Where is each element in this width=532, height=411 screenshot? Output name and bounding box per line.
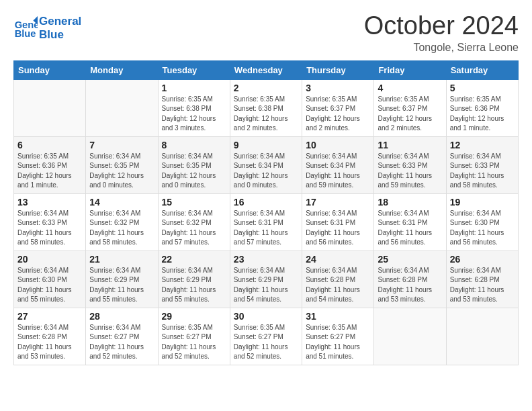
day-number: 11: [378, 140, 442, 150]
calendar-cell: 5Sunrise: 6:35 AM Sunset: 6:36 PM Daylig…: [446, 79, 518, 136]
col-header-thursday: Thursday: [302, 60, 374, 79]
calendar-cell: 31Sunrise: 6:35 AM Sunset: 6:27 PM Dayli…: [302, 308, 374, 365]
day-number: 31: [306, 311, 370, 322]
day-info: Sunrise: 6:34 AM Sunset: 6:30 PM Dayligh…: [450, 209, 515, 248]
day-number: 25: [378, 254, 442, 265]
day-info: Sunrise: 6:35 AM Sunset: 6:36 PM Dayligh…: [17, 152, 82, 191]
calendar-cell: 17Sunrise: 6:34 AM Sunset: 6:31 PM Dayli…: [302, 193, 374, 250]
calendar-cell: [446, 308, 518, 365]
calendar-cell: 22Sunrise: 6:34 AM Sunset: 6:29 PM Dayli…: [158, 250, 230, 308]
calendar-cell: 9Sunrise: 6:34 AM Sunset: 6:34 PM Daylig…: [230, 136, 302, 193]
calendar-cell: 27Sunrise: 6:34 AM Sunset: 6:28 PM Dayli…: [14, 308, 86, 365]
day-number: 21: [89, 254, 154, 265]
calendar-cell: 4Sunrise: 6:35 AM Sunset: 6:37 PM Daylig…: [374, 79, 446, 136]
day-info: Sunrise: 6:34 AM Sunset: 6:30 PM Dayligh…: [17, 266, 82, 305]
day-info: Sunrise: 6:34 AM Sunset: 6:28 PM Dayligh…: [450, 266, 515, 305]
day-number: 27: [17, 311, 82, 322]
calendar-cell: 15Sunrise: 6:34 AM Sunset: 6:32 PM Dayli…: [158, 193, 230, 250]
title-block: October 2024 Tongole, Sierra Leone: [364, 12, 519, 54]
day-number: 4: [378, 83, 442, 93]
day-info: Sunrise: 6:34 AM Sunset: 6:34 PM Dayligh…: [234, 152, 298, 191]
calendar-cell: 26Sunrise: 6:34 AM Sunset: 6:28 PM Dayli…: [446, 250, 518, 308]
page: General Blue General Blue October 2024 T…: [0, 0, 532, 411]
calendar-cell: 14Sunrise: 6:34 AM Sunset: 6:32 PM Dayli…: [86, 193, 158, 250]
day-number: 28: [89, 311, 154, 322]
day-info: Sunrise: 6:34 AM Sunset: 6:32 PM Dayligh…: [162, 209, 226, 248]
day-number: 23: [234, 254, 298, 265]
day-number: 6: [17, 140, 82, 150]
day-number: 22: [162, 254, 226, 265]
calendar-week-row: 1Sunrise: 6:35 AM Sunset: 6:38 PM Daylig…: [14, 79, 519, 136]
day-number: 20: [17, 254, 82, 265]
day-number: 30: [234, 311, 298, 322]
calendar-cell: 23Sunrise: 6:34 AM Sunset: 6:29 PM Dayli…: [230, 250, 302, 308]
calendar-cell: 10Sunrise: 6:34 AM Sunset: 6:34 PM Dayli…: [302, 136, 374, 193]
day-number: 16: [234, 197, 298, 208]
day-number: 29: [162, 311, 226, 322]
day-number: 12: [450, 140, 515, 150]
sub-title: Tongole, Sierra Leone: [364, 42, 519, 54]
col-header-sunday: Sunday: [14, 60, 86, 79]
day-number: 8: [162, 140, 226, 150]
day-number: 9: [234, 140, 298, 150]
day-info: Sunrise: 6:34 AM Sunset: 6:35 PM Dayligh…: [89, 152, 154, 191]
calendar-cell: 30Sunrise: 6:35 AM Sunset: 6:27 PM Dayli…: [230, 308, 302, 365]
day-info: Sunrise: 6:34 AM Sunset: 6:31 PM Dayligh…: [306, 209, 370, 248]
day-number: 2: [234, 83, 298, 93]
calendar-cell: 6Sunrise: 6:35 AM Sunset: 6:36 PM Daylig…: [14, 136, 86, 193]
day-info: Sunrise: 6:34 AM Sunset: 6:29 PM Dayligh…: [162, 266, 226, 305]
calendar-cell: 7Sunrise: 6:34 AM Sunset: 6:35 PM Daylig…: [86, 136, 158, 193]
calendar-cell: 18Sunrise: 6:34 AM Sunset: 6:31 PM Dayli…: [374, 193, 446, 250]
day-number: 13: [17, 197, 82, 208]
calendar-week-row: 20Sunrise: 6:34 AM Sunset: 6:30 PM Dayli…: [14, 250, 519, 308]
day-info: Sunrise: 6:34 AM Sunset: 6:33 PM Dayligh…: [17, 209, 82, 248]
day-info: Sunrise: 6:34 AM Sunset: 6:34 PM Dayligh…: [306, 152, 370, 191]
calendar-cell: 25Sunrise: 6:34 AM Sunset: 6:28 PM Dayli…: [374, 250, 446, 308]
col-header-saturday: Saturday: [446, 60, 518, 79]
day-info: Sunrise: 6:35 AM Sunset: 6:37 PM Dayligh…: [378, 95, 442, 134]
main-title: October 2024: [364, 12, 519, 40]
col-header-monday: Monday: [86, 60, 158, 79]
day-info: Sunrise: 6:35 AM Sunset: 6:27 PM Dayligh…: [162, 323, 226, 362]
calendar-cell: [86, 79, 158, 136]
day-info: Sunrise: 6:35 AM Sunset: 6:38 PM Dayligh…: [162, 95, 226, 134]
logo-general: General: [39, 15, 81, 28]
day-info: Sunrise: 6:34 AM Sunset: 6:29 PM Dayligh…: [89, 266, 154, 305]
day-number: 14: [89, 197, 154, 208]
logo-blue: Blue: [39, 28, 81, 42]
day-info: Sunrise: 6:34 AM Sunset: 6:28 PM Dayligh…: [306, 266, 370, 305]
svg-text:Blue: Blue: [15, 28, 36, 39]
day-info: Sunrise: 6:34 AM Sunset: 6:33 PM Dayligh…: [378, 152, 442, 191]
day-info: Sunrise: 6:34 AM Sunset: 6:35 PM Dayligh…: [162, 152, 226, 191]
day-info: Sunrise: 6:34 AM Sunset: 6:33 PM Dayligh…: [450, 152, 515, 191]
day-info: Sunrise: 6:35 AM Sunset: 6:37 PM Dayligh…: [306, 95, 370, 134]
calendar-week-row: 27Sunrise: 6:34 AM Sunset: 6:28 PM Dayli…: [14, 308, 519, 365]
day-number: 15: [162, 197, 226, 208]
day-number: 18: [378, 197, 442, 208]
day-number: 17: [306, 197, 370, 208]
calendar-cell: 11Sunrise: 6:34 AM Sunset: 6:33 PM Dayli…: [374, 136, 446, 193]
calendar-table: SundayMondayTuesdayWednesdayThursdayFrid…: [13, 60, 519, 365]
calendar-header-row: SundayMondayTuesdayWednesdayThursdayFrid…: [14, 60, 519, 79]
calendar-cell: 21Sunrise: 6:34 AM Sunset: 6:29 PM Dayli…: [86, 250, 158, 308]
header: General Blue General Blue October 2024 T…: [13, 12, 519, 54]
calendar-cell: 24Sunrise: 6:34 AM Sunset: 6:28 PM Dayli…: [302, 250, 374, 308]
day-info: Sunrise: 6:35 AM Sunset: 6:27 PM Dayligh…: [306, 323, 370, 362]
calendar-cell: 28Sunrise: 6:34 AM Sunset: 6:27 PM Dayli…: [86, 308, 158, 365]
day-number: 1: [162, 83, 226, 93]
col-header-friday: Friday: [374, 60, 446, 79]
calendar-cell: 2Sunrise: 6:35 AM Sunset: 6:38 PM Daylig…: [230, 79, 302, 136]
day-number: 19: [450, 197, 515, 208]
calendar-cell: [14, 79, 86, 136]
day-info: Sunrise: 6:34 AM Sunset: 6:27 PM Dayligh…: [89, 323, 154, 362]
col-header-wednesday: Wednesday: [230, 60, 302, 79]
day-info: Sunrise: 6:34 AM Sunset: 6:28 PM Dayligh…: [17, 323, 82, 362]
calendar-cell: 1Sunrise: 6:35 AM Sunset: 6:38 PM Daylig…: [158, 79, 230, 136]
calendar-cell: 29Sunrise: 6:35 AM Sunset: 6:27 PM Dayli…: [158, 308, 230, 365]
calendar-cell: 20Sunrise: 6:34 AM Sunset: 6:30 PM Dayli…: [14, 250, 86, 308]
calendar-cell: 12Sunrise: 6:34 AM Sunset: 6:33 PM Dayli…: [446, 136, 518, 193]
calendar-cell: 3Sunrise: 6:35 AM Sunset: 6:37 PM Daylig…: [302, 79, 374, 136]
calendar-cell: 16Sunrise: 6:34 AM Sunset: 6:31 PM Dayli…: [230, 193, 302, 250]
day-info: Sunrise: 6:34 AM Sunset: 6:29 PM Dayligh…: [234, 266, 298, 305]
calendar-cell: 13Sunrise: 6:34 AM Sunset: 6:33 PM Dayli…: [14, 193, 86, 250]
